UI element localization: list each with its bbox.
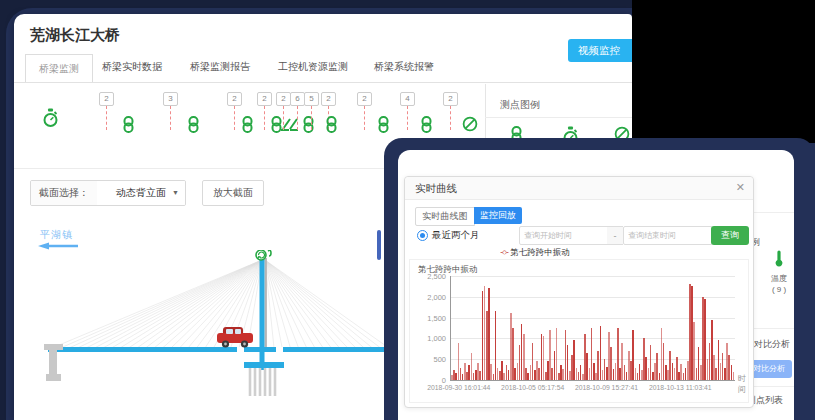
- realtime-curve-dialog: 实时曲线 ✕ 实时曲线图 监控回放 最近两个月 - 查询 -○- 第七跨跨中振动…: [404, 176, 754, 408]
- sensor-dash-line: [311, 106, 312, 130]
- legend-label: 第七跨跨中振动: [510, 247, 570, 257]
- section-select-dropdown[interactable]: 动态背立面 ▼: [97, 181, 185, 205]
- close-icon[interactable]: ✕: [736, 181, 745, 194]
- link-icon[interactable]: [420, 116, 433, 137]
- vibration-chart: 第七跨跨中振动 05001,0001,5002,0002,500 2018-09…: [409, 259, 749, 403]
- link-icon[interactable]: [377, 116, 390, 137]
- sensor-count-badge: 2: [227, 92, 242, 106]
- sensor-count-badge: 3: [163, 92, 178, 106]
- tab-bridge-monitor[interactable]: 桥梁监测: [25, 54, 93, 82]
- section-select-value: 动态背立面: [116, 187, 166, 198]
- x-axis-title: 时间: [738, 373, 748, 395]
- black-region: [632, 0, 815, 143]
- tab-realtime-data[interactable]: 桥梁实时数据: [102, 60, 162, 74]
- radio-label: 最近两个月: [432, 229, 480, 242]
- chevron-down-icon: ▼: [172, 181, 179, 205]
- point-legend-divider: [485, 117, 632, 118]
- chart-bar: [733, 372, 735, 380]
- sensor-dash-line: [170, 106, 171, 130]
- link-icon[interactable]: [241, 116, 254, 137]
- ban-icon[interactable]: [462, 116, 478, 136]
- sensor-dash-line: [297, 106, 298, 130]
- range-separator: -: [607, 226, 623, 245]
- tab-realtime-curve[interactable]: 实时曲线图: [415, 207, 475, 226]
- bridge-mast-gray: [265, 258, 267, 347]
- link-icon[interactable]: [122, 116, 135, 137]
- section-select-label: 截面选择：: [31, 181, 97, 205]
- center-pier-cap: [244, 362, 284, 368]
- dialog-header: 实时曲线 ✕: [405, 177, 753, 200]
- overlay-window-frame: 图例 温度 ( 9 ) 对比分析 对比分析 监测点列表 实时曲线 ✕ 实时曲线图: [384, 138, 815, 420]
- stopwatch-icon[interactable]: [42, 108, 59, 132]
- left-arrow-icon: [36, 242, 80, 250]
- bridge-tower: [260, 258, 265, 370]
- bridge-schematic: [34, 250, 392, 408]
- y-tick-label: 500: [412, 355, 446, 364]
- video-monitor-button[interactable]: 视频监控: [568, 39, 632, 62]
- legend-marker-icon: -○-: [500, 247, 508, 257]
- sensor-count-badge: 2: [357, 92, 372, 106]
- sensor-count-badge: 2: [276, 92, 291, 106]
- overlay-window: 图例 温度 ( 9 ) 对比分析 对比分析 监测点列表 实时曲线 ✕ 实时曲线图: [398, 150, 794, 420]
- tab-ipc-resource[interactable]: 工控机资源监测: [278, 60, 348, 74]
- section-select-group: 截面选择： 动态背立面 ▼: [30, 180, 186, 206]
- sensor-dash-line: [283, 106, 284, 130]
- temperature-count: ( 9 ): [766, 285, 792, 294]
- sensor-dash-line: [106, 106, 107, 130]
- radio-last-two-months[interactable]: [417, 230, 428, 241]
- sensor-dash-line: [450, 106, 451, 130]
- sensor-count-badge: 2: [99, 92, 114, 106]
- sensor-strip: 23222652242: [14, 84, 485, 140]
- y-tick-label: 1,500: [412, 314, 446, 323]
- x-tick-label: 2018-09-30 16:01:44: [427, 384, 490, 391]
- screenshot-stage: 芜湖长江大桥 桥梁监测 桥梁实时数据 桥梁监测报告 工控机资源监测 桥梁系统报警…: [0, 0, 815, 420]
- tab-system-alarm[interactable]: 桥梁系统报警: [374, 60, 434, 74]
- frag-divider: [750, 212, 794, 213]
- thermometer-icon: [774, 250, 784, 268]
- panel-divider: [485, 84, 486, 140]
- sensor-dash-line: [364, 106, 365, 130]
- tower-top-sensor-icon: [256, 250, 271, 260]
- section-toolbar: 截面选择： 动态背立面 ▼ 放大截面: [30, 180, 264, 206]
- query-start-input[interactable]: [519, 226, 609, 245]
- y-tick-label: 2,000: [412, 293, 446, 302]
- x-tick-label: 2018-10-13 11:03:41: [649, 384, 712, 391]
- tab-monitor-playback[interactable]: 监控回放: [474, 207, 522, 224]
- compare-analysis-title: 对比分析: [754, 338, 790, 351]
- sensor-count-badge: 2: [321, 92, 336, 106]
- point-legend-title: 测点图例: [500, 98, 540, 112]
- sensor-count-badge: 4: [400, 92, 415, 106]
- chart-plot-area: [450, 276, 735, 381]
- link-icon[interactable]: [325, 116, 338, 137]
- left-pier: [44, 344, 63, 381]
- tab-monitor-report[interactable]: 桥梁监测报告: [190, 60, 250, 74]
- y-tick-label: 1,000: [412, 334, 446, 343]
- x-tick-label: 2018-10-09 15:27:41: [575, 384, 638, 391]
- x-tick-label: 2018-10-05 05:17:54: [501, 384, 564, 391]
- page-title: 芜湖长江大桥: [30, 26, 120, 45]
- frag-divider: [750, 386, 794, 387]
- deck-gap: [276, 347, 283, 352]
- sensor-count-badge: 6: [290, 92, 305, 106]
- temperature-item[interactable]: 温度 ( 9 ): [766, 250, 792, 294]
- sensor-dash-line: [264, 106, 265, 130]
- query-button[interactable]: 查询: [711, 226, 749, 245]
- direction-label: 平湖镇: [40, 228, 73, 242]
- main-tabbar: 桥梁监测 桥梁实时数据 桥梁监测报告 工控机资源监测 桥梁系统报警: [14, 54, 632, 83]
- scrollbar-thumb[interactable]: [377, 230, 381, 260]
- bridge-deck: [48, 347, 392, 352]
- sensor-count-badge: 2: [443, 92, 458, 106]
- sensor-dash-line: [234, 106, 235, 130]
- sensor-dash-line: [407, 106, 408, 130]
- link-icon[interactable]: [187, 116, 200, 137]
- dialog-title: 实时曲线: [415, 182, 457, 196]
- link-icon[interactable]: [302, 116, 315, 137]
- frag-divider: [750, 328, 794, 329]
- car: [217, 327, 253, 348]
- chart-legend[interactable]: -○- 第七跨跨中振动: [405, 247, 665, 259]
- y-tick-label: 2,500: [412, 272, 446, 281]
- center-pier-hatch: [250, 368, 275, 396]
- temperature-label: 温度: [766, 273, 792, 284]
- enlarge-section-button[interactable]: 放大截面: [202, 180, 264, 206]
- query-end-input[interactable]: [623, 226, 713, 245]
